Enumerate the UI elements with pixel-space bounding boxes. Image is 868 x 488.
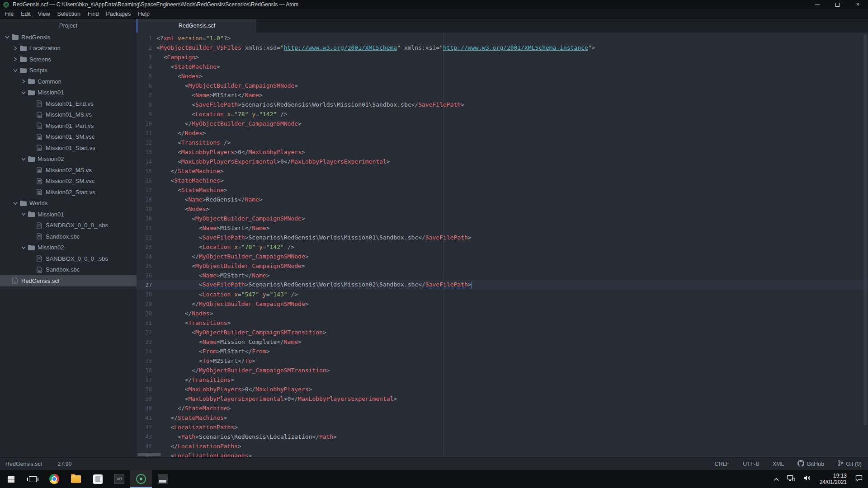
code-line[interactable]: 13 <MaxLobbyPlayers>0</MaxLobbyPlayers> <box>137 147 868 157</box>
code-line[interactable]: 14 <MaxLobbyPlayersExperimental>0</MaxLo… <box>137 157 868 166</box>
chevron-down-icon[interactable] <box>12 201 19 206</box>
tree-item-mission02-start-vs[interactable]: Mission02_Start.vs <box>0 187 137 198</box>
code-line[interactable]: 28 <Location x="547" y="143" /> <box>137 290 868 299</box>
tree-item-screens[interactable]: Screens <box>0 54 137 65</box>
code-line[interactable]: 5 <Nodes> <box>137 71 868 81</box>
chevron-down-icon[interactable] <box>12 68 19 73</box>
code-line[interactable]: 45 <LocalizationLanguages> <box>137 451 868 457</box>
vertical-scrollbar[interactable] <box>863 34 867 425</box>
code-line[interactable]: 1<?xml version="1.0"?> <box>137 33 868 43</box>
code-line[interactable]: 6 <MyObjectBuilder_CampaignSMNode> <box>137 81 868 90</box>
tree-item-worlds[interactable]: Worlds <box>0 198 137 209</box>
tree-item-redgensis[interactable]: RedGensis <box>0 32 137 43</box>
code-line[interactable]: 44 </LocalizationPaths> <box>137 441 868 451</box>
code-line[interactable]: 21 <Name>M1Start</Name> <box>137 223 868 233</box>
code-line[interactable]: 18 <Name>RedGensis</Name> <box>137 195 868 204</box>
status-github[interactable]: GitHub <box>797 460 824 468</box>
tray-expand-button[interactable] <box>769 475 783 483</box>
code-line[interactable]: 20 <MyObjectBuilder_CampaignSMNode> <box>137 214 868 223</box>
taskbar-clock[interactable]: 19:13 24/01/2021 <box>815 473 851 485</box>
tree-item-mission01-ms-vs[interactable]: Mission01_MS.vs <box>0 109 137 121</box>
code-line[interactable]: 41 </StateMachines> <box>137 413 868 422</box>
tray-volume-button[interactable] <box>799 475 815 483</box>
menu-item-selection[interactable]: Selection <box>54 11 84 17</box>
taskbar-file-explorer[interactable] <box>65 470 87 488</box>
code-line[interactable]: 4 <StateMachine> <box>137 62 868 71</box>
code-line[interactable]: 37 </Transitions> <box>137 375 868 385</box>
horizontal-scrollbar[interactable] <box>137 453 161 456</box>
status-encoding[interactable]: UTF-8 <box>743 461 759 467</box>
task-view-button[interactable] <box>22 470 43 488</box>
code-line[interactable]: 38 <MaxLobbyPlayers>0</MaxLobbyPlayers> <box>137 385 868 394</box>
chevron-down-icon[interactable] <box>20 90 27 95</box>
code-line[interactable]: 29 </MyObjectBuilder_CampaignSMNode> <box>137 299 868 309</box>
code-line[interactable]: 42 <LocalizationPaths> <box>137 422 868 432</box>
status-line-ending[interactable]: CRLF <box>715 461 730 467</box>
code-line[interactable]: 30 </Nodes> <box>137 309 868 318</box>
tree-item-mission01[interactable]: Mission01 <box>0 209 137 220</box>
code-line[interactable]: 22 <SaveFilePath>Scenarios\RedGensis\Wor… <box>137 233 868 242</box>
tree-item-mission01-end-vs[interactable]: Mission01_End.vs <box>0 98 137 109</box>
tab-redgensis-scf[interactable]: RedGensis.scf <box>137 19 256 33</box>
tree-item-sandbox-sbc[interactable]: Sandbox.sbc <box>0 264 137 276</box>
code-line[interactable]: 27 <SaveFilePath>Scenarios\RedGensis\Wor… <box>137 280 868 290</box>
tree-item-mission01-start-vs[interactable]: Mission01_Start.vs <box>0 142 137 154</box>
code-line[interactable]: 11 </Nodes> <box>137 128 868 138</box>
tree-item-mission01[interactable]: Mission01 <box>0 87 137 99</box>
code-line[interactable]: 39 <MaxLobbyPlayersExperimental>0</MaxLo… <box>137 394 868 404</box>
menu-item-edit[interactable]: Edit <box>17 11 34 17</box>
tree-item-mission02-sm-vsc[interactable]: Mission02_SM.vsc <box>0 176 137 187</box>
tree-item-common[interactable]: Common <box>0 76 137 87</box>
code-line[interactable]: 17 <StateMachine> <box>137 185 868 195</box>
tree-item-sandbox-sbc[interactable]: Sandbox.sbc <box>0 231 137 242</box>
maximize-button[interactable] <box>827 0 848 9</box>
taskbar-media-app[interactable] <box>152 470 174 488</box>
start-button[interactable] <box>0 470 22 488</box>
tree-item-mission01-sm-vsc[interactable]: Mission01_SM.vsc <box>0 131 137 143</box>
chevron-down-icon[interactable] <box>20 212 27 216</box>
code-line[interactable]: 8 <SaveFilePath>Scenarios\RedGensis\Worl… <box>137 100 868 109</box>
code-line[interactable]: 33 <Name>Mission Complete</Name> <box>137 337 868 347</box>
code-line[interactable]: 23 <Location x="78" y="142" /> <box>137 242 868 252</box>
tree-item-redgensis-scf[interactable]: RedGensis.scf <box>0 275 137 286</box>
status-filename[interactable]: RedGensis.scf <box>5 461 42 467</box>
code-editor[interactable]: 1<?xml version="1.0"?>2<MyObjectBuilder_… <box>137 33 868 457</box>
code-line[interactable]: 32 <MyObjectBuilder_CampaignSMTransition… <box>137 328 868 337</box>
chevron-right-icon[interactable] <box>12 57 19 61</box>
menu-item-help[interactable]: Help <box>134 11 153 17</box>
code-line[interactable]: 2<MyObjectBuilder_VSFiles xmlns:xsd="htt… <box>137 43 868 52</box>
menu-item-file[interactable]: File <box>0 11 17 17</box>
code-line[interactable]: 26 <Name>M2Start</Name> <box>137 271 868 280</box>
tree-item-mission01-part-vs[interactable]: Mission01_Part.vs <box>0 120 137 131</box>
chevron-right-icon[interactable] <box>20 79 27 84</box>
close-button[interactable]: × <box>848 0 868 9</box>
tree-item-mission02[interactable]: Mission02 <box>0 154 137 165</box>
code-line[interactable]: 7 <Name>M1Start</Name> <box>137 90 868 100</box>
menu-item-find[interactable]: Find <box>84 11 102 17</box>
tree-item-mission02-ms-vs[interactable]: Mission02_MS.vs <box>0 164 137 176</box>
tree-item-sandbox-0-0-0-sbs[interactable]: SANDBOX_0_0_0_.sbs <box>0 220 137 231</box>
code-line[interactable]: 12 <Transitions /> <box>137 138 868 147</box>
chevron-down-icon[interactable] <box>4 35 11 39</box>
menu-item-view[interactable]: View <box>34 11 54 17</box>
taskbar-atom[interactable] <box>130 470 152 488</box>
code-line[interactable]: 43 <Path>Scenarios\RedGensis\Localizatio… <box>137 432 868 441</box>
minimize-button[interactable] <box>807 0 827 9</box>
chevron-down-icon[interactable] <box>20 157 27 161</box>
tree-item-scripts[interactable]: Scripts <box>0 65 137 76</box>
taskbar-chrome[interactable] <box>43 470 65 488</box>
taskbar-white-app[interactable] <box>87 470 108 488</box>
menu-item-packages[interactable]: Packages <box>102 11 134 17</box>
taskbar-vr-app[interactable]: VR <box>108 470 130 488</box>
code-line[interactable]: 24 </MyObjectBuilder_CampaignSMNode> <box>137 252 868 261</box>
code-line[interactable]: 10 </MyObjectBuilder_CampaignSMNode> <box>137 119 868 128</box>
code-line[interactable]: 16 <StateMachines> <box>137 176 868 185</box>
chevron-right-icon[interactable] <box>12 46 19 51</box>
tree-item-sandbox-0-0-0-sbs[interactable]: SANDBOX_0_0_0_.sbs <box>0 253 137 264</box>
chevron-down-icon[interactable] <box>20 245 27 250</box>
code-line[interactable]: 25 <MyObjectBuilder_CampaignSMNode> <box>137 261 868 271</box>
code-line[interactable]: 19 <Nodes> <box>137 204 868 214</box>
action-center-button[interactable] <box>851 475 868 483</box>
status-cursor-position[interactable]: 27:90 <box>57 461 71 467</box>
code-line[interactable]: 3 <Campaign> <box>137 52 868 62</box>
